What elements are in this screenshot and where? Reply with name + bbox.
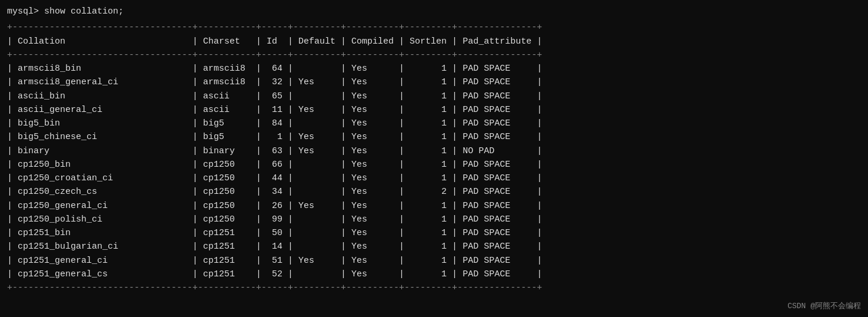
table-row: | cp1250_bin | cp1250 | 66 | | Yes | 1 |…	[7, 158, 861, 171]
separator-top: +----------------------------------+----…	[7, 21, 861, 34]
table-row: | cp1250_croatian_ci | cp1250 | 44 | | Y…	[7, 171, 861, 185]
prompt-line: mysql> show collation;	[7, 5, 861, 18]
table-row: | cp1251_general_ci | cp1251 | 51 | Yes …	[7, 254, 861, 268]
separator-mid: +----------------------------------+----…	[7, 48, 861, 62]
terminal-window: mysql> show collation; +----------------…	[0, 0, 868, 299]
table-row: | armscii8_general_ci | armscii8 | 32 | …	[7, 75, 861, 89]
table-row: | cp1250_polish_ci | cp1250 | 99 | | Yes…	[7, 213, 861, 226]
watermark: CSDN @阿熊不会编程	[787, 301, 861, 311]
table-row: | ascii_general_ci | ascii | 11 | Yes | …	[7, 103, 861, 117]
table-row: | cp1250_general_ci | cp1250 | 26 | Yes …	[7, 199, 861, 213]
table-row: | cp1251_bin | cp1251 | 50 | | Yes | 1 |…	[7, 226, 861, 240]
table-row: | ascii_bin | ascii | 65 | | Yes | 1 | P…	[7, 90, 861, 103]
separator-bottom: +----------------------------------+----…	[7, 281, 861, 295]
table-row: | cp1250_czech_cs | cp1250 | 34 | | Yes …	[7, 185, 861, 199]
table-row: | big5_bin | big5 | 84 | | Yes | 1 | PAD…	[7, 117, 861, 130]
table-row: | cp1251_general_cs | cp1251 | 52 | | Ye…	[7, 268, 861, 281]
table-row: | big5_chinese_ci | big5 | 1 | Yes | Yes…	[7, 130, 861, 144]
table-row: | cp1251_bulgarian_ci | cp1251 | 14 | | …	[7, 240, 861, 253]
table-row: | binary | binary | 63 | Yes | Yes | 1 |…	[7, 144, 861, 158]
table-row: | armscii8_bin | armscii8 | 64 | | Yes |…	[7, 62, 861, 75]
header-row: | Collation | Charset | Id | Default | C…	[7, 35, 861, 48]
table-body: | armscii8_bin | armscii8 | 64 | | Yes |…	[7, 62, 861, 281]
